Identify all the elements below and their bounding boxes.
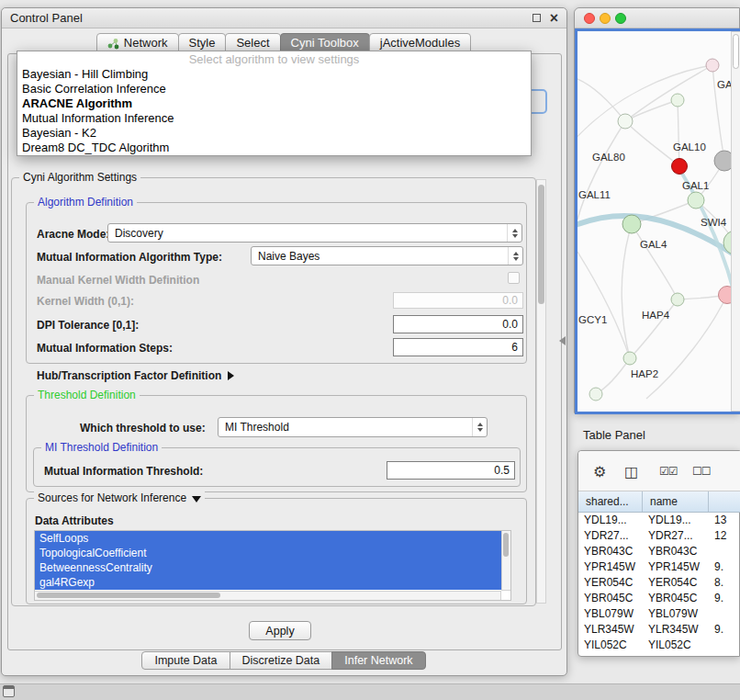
algorithm-option-selected[interactable]: ARACNE Algorithm <box>17 96 531 111</box>
threshold-definition-legend: Threshold Definition <box>34 389 140 401</box>
cell-name: YPR145W <box>643 559 709 575</box>
table-row[interactable]: YLR345W YLR345W 9. <box>578 622 740 638</box>
dpi-tolerance-field[interactable]: 0.0 <box>393 315 523 333</box>
sources-legend-label: Sources for Network Inference <box>38 491 186 504</box>
table-row[interactable]: YIL052C YIL052C <box>578 638 740 653</box>
network-vscrollbar[interactable] <box>731 31 740 412</box>
network-canvas[interactable]: GAL7 GAL80 GAL10 GAL11 GAL1 SWI4 GAL4 GC… <box>575 28 740 414</box>
table-row[interactable]: YBR043C YBR043C <box>578 544 740 559</box>
table-row[interactable]: YBR045C YBR045C 9. <box>578 591 740 606</box>
cell-value: 9. <box>709 591 740 606</box>
control-panel-titlebar[interactable]: Control Panel × <box>2 8 566 28</box>
table-row[interactable]: YDR27... YDR27... 12 <box>578 528 740 544</box>
network-vscrollbar-thumb[interactable] <box>733 34 739 69</box>
algorithm-option[interactable]: Bayesian - Hill Climbing <box>17 67 531 82</box>
cell-shared: YBL079W <box>578 606 643 622</box>
node[interactable] <box>622 215 641 233</box>
attributes-list-vscrollbar[interactable] <box>501 531 510 591</box>
column-header-shared[interactable]: shared... <box>578 491 643 512</box>
float-window-icon[interactable] <box>533 14 541 22</box>
attributes-list-hscrollbar[interactable] <box>35 591 501 600</box>
cyni-bottom-tabbar: Impute Data Discretize Data Infer Networ… <box>2 651 566 670</box>
attributes-list-vthumb[interactable] <box>503 533 509 557</box>
hub-section-label: Hub/Transcription Factor Definition <box>37 369 221 382</box>
algorithm-dropdown-popup: Select algorithm to view settings Bayesi… <box>17 51 532 156</box>
algorithm-option[interactable]: Basic Correlation Inference <box>17 82 531 96</box>
deselect-all-icon[interactable]: ☐☐ <box>692 465 711 478</box>
collapse-down-icon <box>192 496 201 502</box>
combo-arrows-icon <box>507 224 521 242</box>
mi-type-select[interactable]: Naive Bayes <box>251 246 523 265</box>
cell-value: 12 <box>709 528 740 544</box>
which-threshold-value: MI Threshold <box>225 421 289 434</box>
restore-panel-icon[interactable] <box>3 685 15 697</box>
cell-shared: YIL052C <box>578 638 643 653</box>
settings-scrollbar-thumb[interactable] <box>538 185 544 304</box>
node[interactable] <box>589 388 602 401</box>
network-icon <box>107 38 119 50</box>
cell-name: YLR345W <box>643 622 709 638</box>
attribute-item[interactable]: TopologicalCoefficient <box>35 546 501 560</box>
mi-threshold-legend: MI Threshold Definition <box>41 441 162 454</box>
attribute-item[interactable]: BetweennessCentrality <box>35 560 501 575</box>
hub-section-toggle[interactable]: Hub/Transcription Factor Definition <box>37 369 234 382</box>
tab-impute-data[interactable]: Impute Data <box>141 651 230 670</box>
node[interactable] <box>706 59 719 72</box>
algorithm-option[interactable]: Dream8 DC_TDC Algorithm <box>17 141 531 155</box>
cell-name: YDR27... <box>643 528 709 544</box>
apply-button[interactable]: Apply <box>249 621 311 640</box>
aracne-mode-select[interactable]: Discovery <box>107 223 522 243</box>
node-label: GAL4 <box>640 239 667 250</box>
sources-legend[interactable]: Sources for Network Inference <box>34 491 205 504</box>
attribute-item[interactable]: gal4RGexp <box>35 575 501 590</box>
algorithm-option[interactable]: Bayesian - K2 <box>17 126 531 141</box>
attribute-item[interactable]: SelfLoops <box>35 531 501 546</box>
dpi-tolerance-label: DPI Tolerance [0,1]: <box>37 319 139 332</box>
column-header-name[interactable]: name <box>643 491 709 512</box>
collapse-handle-icon[interactable] <box>559 336 566 345</box>
tab-cyni-toolbox-label: Cyni Toolbox <box>291 34 359 52</box>
table-row[interactable]: YBL079W YBL079W <box>578 606 740 622</box>
table-row[interactable]: YPR145W YPR145W 9. <box>578 559 740 575</box>
mi-threshold-value: 0.5 <box>494 464 510 477</box>
node[interactable] <box>688 192 704 209</box>
select-all-icon[interactable]: ☑☑ <box>659 465 678 478</box>
node[interactable] <box>623 352 636 365</box>
which-threshold-select[interactable]: MI Threshold <box>218 417 488 437</box>
cell-name: YER054C <box>643 575 709 591</box>
cell-value: 8. <box>709 575 740 591</box>
cell-name: YDL19... <box>643 513 709 528</box>
attributes-list: SelfLoops TopologicalCoefficient Between… <box>34 530 511 601</box>
node-label: GAL11 <box>578 189 611 200</box>
mi-steps-field[interactable]: 6 <box>393 338 523 356</box>
table-row[interactable]: YDL19... YDL19... 13 <box>578 513 740 528</box>
node[interactable] <box>618 114 633 129</box>
close-icon[interactable]: × <box>550 11 558 26</box>
control-panel-window: Control Panel × Network Style Select Cyn… <box>1 7 567 676</box>
table-row[interactable]: YER054C YER054C 8. <box>578 575 740 591</box>
cell-value: 9. <box>709 559 740 575</box>
cell-value: 9. <box>709 622 740 638</box>
columns-icon[interactable]: ◫ <box>624 463 638 480</box>
tab-infer-network[interactable]: Infer Network <box>331 651 425 670</box>
network-window-titlebar[interactable] <box>575 8 739 28</box>
zoom-traffic-light-icon[interactable] <box>615 13 626 24</box>
attributes-list-hthumb[interactable] <box>37 593 220 598</box>
tab-discretize-data[interactable]: Discretize Data <box>230 651 333 670</box>
node[interactable] <box>671 293 684 306</box>
gear-icon[interactable]: ⚙ <box>593 463 606 480</box>
close-traffic-light-icon[interactable] <box>584 13 595 24</box>
mi-threshold-field[interactable]: 0.5 <box>387 461 515 480</box>
network-graph: GAL7 GAL80 GAL10 GAL11 GAL1 SWI4 GAL4 GC… <box>577 31 740 412</box>
manual-kernel-checkbox[interactable] <box>508 272 520 284</box>
settings-scrollbar[interactable] <box>536 179 546 604</box>
cell-name: YBR045C <box>643 591 709 606</box>
kernel-width-field[interactable]: 0.0 <box>393 292 523 309</box>
combo-arrows-icon <box>472 418 487 436</box>
algorithm-option[interactable]: Mutual Information Inference <box>17 111 531 126</box>
node[interactable] <box>671 94 684 107</box>
aracne-mode-label: Aracne Mode: <box>37 228 109 241</box>
minimize-traffic-light-icon[interactable] <box>600 13 611 24</box>
node-selected-red[interactable] <box>672 159 688 175</box>
cell-shared: YER054C <box>578 575 643 591</box>
